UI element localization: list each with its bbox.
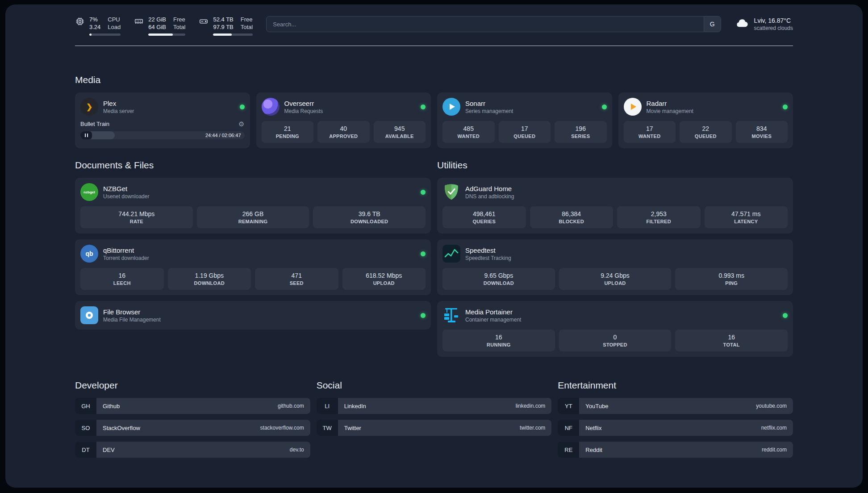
- bookmark-abbr: GH: [75, 398, 96, 414]
- app-card-portainer[interactable]: Media Portainer Container management 16 …: [437, 301, 793, 357]
- adguard-titles: AdGuard Home DNS and adblocking: [465, 184, 514, 200]
- memory-usage-bar-fill: [148, 33, 173, 36]
- cpu-usage-bar-fill: [89, 33, 92, 36]
- section-documents: Documents & Files nzbget NZBGet Usenet d…: [75, 160, 431, 330]
- app-card-adguard[interactable]: AdGuard Home DNS and adblocking 498,461 …: [437, 178, 793, 234]
- app-card-overseerr[interactable]: Overseerr Media Requests 21 PENDING 40 A…: [256, 92, 431, 148]
- app-desc: Series management: [465, 108, 513, 115]
- app-card-nzbget[interactable]: nzbget NZBGet Usenet downloader 744.21 M…: [75, 178, 431, 234]
- section-title-developer: Developer: [75, 380, 310, 391]
- stat-value: 1.19 Gbps: [170, 272, 250, 280]
- qbittorrent-icon-text: qb: [85, 250, 93, 257]
- playback-time: 24:44 / 02:06:47: [205, 133, 245, 138]
- pause-button[interactable]: [80, 131, 92, 139]
- stat-tile: 0.993 ms PING: [675, 268, 788, 290]
- bookmark-netflix[interactable]: NF Netflix netflix.com: [558, 420, 793, 436]
- section-utilities: Utilities AdGuard Home DNS and adblockin…: [437, 160, 793, 357]
- bookmark-linkedin[interactable]: LI LinkedIn linkedin.com: [317, 398, 552, 414]
- nzbget-titles: NZBGet Usenet downloader: [103, 184, 149, 200]
- stat-value: 16: [677, 333, 786, 341]
- stat-value: 9.24 Gbps: [561, 272, 670, 280]
- bookmark-name: DEV: [103, 447, 115, 453]
- bookmark-abbr: RE: [558, 442, 579, 458]
- bookmark-dev[interactable]: DT DEV dev.to: [75, 442, 310, 458]
- memory-metric-values: 22 GiB 64 GiB Free Total: [148, 16, 185, 31]
- app-card-qbittorrent[interactable]: qb qBittorrent Torrent downloader 16 LEE…: [75, 239, 431, 295]
- stat-tile: 485 WANTED: [442, 121, 495, 143]
- memory-total-value: 64 GiB: [148, 24, 166, 31]
- entertainment-bookmarks: YT YouTube youtube.com NF Netflix netfli…: [558, 398, 793, 458]
- app-card-plex[interactable]: Plex Media server Bullet Train 24:44 / 0…: [75, 92, 250, 148]
- bookmark-reddit[interactable]: RE Reddit reddit.com: [558, 442, 793, 458]
- stat-tile: 9.24 Gbps UPLOAD: [559, 268, 672, 290]
- stat-label: LEECH: [82, 280, 162, 286]
- player-settings-gear-icon[interactable]: [238, 121, 244, 127]
- cpu-metric-body: 7% 3.24 CPU Load: [89, 16, 121, 36]
- bookmark-url: youtube.com: [756, 403, 787, 409]
- stat-value: 16: [82, 272, 162, 280]
- status-dot-online: [602, 104, 607, 109]
- playback-progress-bar[interactable]: 24:44 / 02:06:47: [80, 131, 245, 139]
- stat-value: 485: [444, 125, 493, 133]
- memory-values-column: 22 GiB 64 GiB: [148, 16, 166, 31]
- stat-label: WANTED: [444, 133, 493, 139]
- bookmark-youtube[interactable]: YT YouTube youtube.com: [558, 398, 793, 414]
- bookmark-bar: LinkedIn linkedin.com: [338, 398, 552, 414]
- stat-value: 16: [444, 333, 553, 341]
- stat-tile: 945 AVAILABLE: [374, 121, 426, 143]
- stat-tile: 471 SEED: [255, 268, 338, 290]
- memory-usage-bar: [148, 33, 185, 36]
- bookmark-abbr: YT: [558, 398, 579, 414]
- search-engine-button[interactable]: G: [704, 17, 721, 32]
- app-card-filebrowser[interactable]: File Browser Media File Management: [75, 301, 431, 330]
- radarr-card-header: Radarr Movie management: [624, 98, 788, 116]
- stat-tile: 21 PENDING: [262, 121, 314, 143]
- stat-label: MOVIES: [738, 133, 786, 139]
- bookmark-github[interactable]: GH Github github.com: [75, 398, 310, 414]
- bookmark-twitter[interactable]: TW Twitter twitter.com: [317, 420, 552, 436]
- app-desc: DNS and adblocking: [465, 193, 514, 200]
- hard-drive-icon: [199, 17, 209, 36]
- memory-metric-body: 22 GiB 64 GiB Free Total: [148, 16, 185, 36]
- storage-total-value: 97.9 TB: [213, 24, 233, 31]
- cpu-load-value: 3.24: [89, 24, 100, 31]
- bookmark-url: stackoverflow.com: [260, 425, 304, 431]
- stat-tile: 17 WANTED: [624, 121, 676, 143]
- filebrowser-card-header: File Browser Media File Management: [80, 306, 426, 324]
- app-card-speedtest[interactable]: Speedtest Speedtest Tracking 9.65 Gbps D…: [437, 239, 793, 295]
- weather-location: Lviv, 16.87°C: [754, 17, 793, 25]
- overseerr-icon: [262, 98, 280, 116]
- cpu-metric-values: 7% 3.24 CPU Load: [89, 16, 121, 31]
- app-card-radarr[interactable]: Radarr Movie management 17 WANTED 22 QUE…: [618, 92, 793, 148]
- stat-tile: 834 MOVIES: [736, 121, 788, 143]
- app-name: AdGuard Home: [465, 184, 514, 193]
- stat-value: 471: [257, 272, 337, 280]
- stat-tile: 618.52 Mbps UPLOAD: [342, 268, 426, 290]
- app-card-sonarr[interactable]: Sonarr Series management 485 WANTED 17 Q…: [437, 92, 612, 148]
- stat-value: 9.65 Gbps: [444, 272, 553, 280]
- stat-tile: 744.21 Mbps RATE: [80, 206, 193, 228]
- sonarr-stats-row: 485 WANTED 17 QUEUED 196 SERIES: [442, 121, 607, 143]
- storage-values-column: 52.4 TB 97.9 TB: [213, 16, 233, 31]
- bookmark-name: Reddit: [585, 447, 602, 453]
- radarr-titles: Radarr Movie management: [647, 99, 693, 115]
- app-name: Overseerr: [284, 99, 323, 108]
- cloud-icon: [734, 17, 750, 32]
- dashboard-content: 7% 3.24 CPU Load: [5, 4, 863, 488]
- radarr-icon: [624, 98, 642, 116]
- stat-label: DOWNLOAD: [170, 280, 250, 286]
- app-desc: Media Requests: [284, 108, 323, 115]
- stat-label: BLOCKED: [532, 218, 612, 225]
- portainer-crane-icon: [442, 306, 460, 324]
- nzbget-stats-row: 744.21 Mbps RATE 266 GB REMAINING 39.6 T…: [80, 206, 426, 228]
- bookmark-stackoverflow[interactable]: SO StackOverflow stackoverflow.com: [75, 420, 310, 436]
- memory-free-value: 22 GiB: [148, 16, 166, 23]
- filebrowser-icon: [80, 306, 98, 324]
- bookmark-abbr: TW: [317, 420, 338, 436]
- middle-columns: Documents & Files nzbget NZBGet Usenet d…: [75, 160, 793, 357]
- cpu-usage-bar: [89, 33, 121, 36]
- cpu-values-column: 7% 3.24: [89, 16, 100, 31]
- memory-metric: 22 GiB 64 GiB Free Total: [134, 16, 185, 36]
- search-input[interactable]: [267, 17, 703, 32]
- bookmark-name: YouTube: [585, 403, 608, 409]
